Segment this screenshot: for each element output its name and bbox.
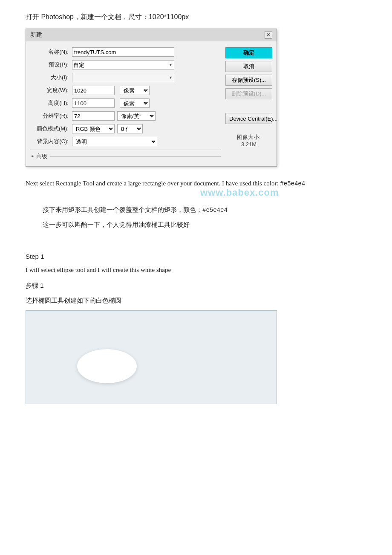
- bg-content-wrapper: 透明: [72, 137, 157, 146]
- spacer-1: [26, 233, 366, 239]
- cancel-button[interactable]: 取消: [225, 61, 272, 72]
- delete-preset-button[interactable]: 删除预设(D)...: [225, 88, 272, 99]
- size-select-wrapper: [72, 73, 174, 82]
- color-bit-select[interactable]: 8 位: [117, 124, 143, 133]
- dialog-form: 名称(N): 预设(P): 自定 大小(I):: [30, 47, 221, 160]
- image-size-value: 3.21M: [225, 141, 272, 147]
- bg-content-row: 背景内容(C): 透明: [30, 137, 221, 146]
- color-code-1: #e5e4e4: [280, 180, 305, 187]
- device-central-button[interactable]: Device Central(E)...: [225, 113, 272, 124]
- image-size-section: 图像大小: 3.21M: [225, 133, 272, 147]
- height-label: 高度(H):: [30, 99, 69, 107]
- color-bit-wrapper: 8 位: [117, 124, 143, 133]
- name-input[interactable]: [72, 47, 174, 57]
- resolution-row: 分辨率(R): 像素/英寸: [30, 111, 221, 121]
- size-label: 大小(I):: [30, 74, 69, 81]
- preset-row: 预设(P): 自定: [30, 60, 221, 69]
- resolution-input[interactable]: [72, 111, 115, 121]
- dialog-titlebar: 新建 ✕: [26, 29, 277, 41]
- step1-heading: Step 1: [26, 253, 366, 260]
- section1-note-text: 这一步可以斟酌一下，个人觉得用油漆桶工具比较好: [43, 219, 366, 230]
- section1-cn-text: 接下来用矩形工具创建一个覆盖整个文档的矩形，颜色：#e5e4e4: [43, 204, 366, 216]
- advanced-icon: ❧: [30, 153, 35, 159]
- advanced-label: 高级: [36, 153, 47, 160]
- preset-label: 预设(P):: [30, 61, 69, 69]
- dialog-body: 名称(N): 预设(P): 自定 大小(I):: [26, 41, 277, 166]
- color-mode-row: 颜色模式(M): RGB 颜色 8 位: [30, 124, 221, 133]
- step1-en-text: I will select ellipse tool and I will cr…: [26, 264, 366, 276]
- color-mode-wrapper: RGB 颜色: [72, 124, 115, 133]
- resolution-unit-wrapper: 像素/英寸: [117, 111, 156, 121]
- height-row: 高度(H): 像素: [30, 98, 221, 108]
- height-unit-select[interactable]: 像素: [120, 98, 150, 108]
- color-mode-select[interactable]: RGB 颜色: [72, 124, 115, 133]
- button-spacer: [225, 102, 272, 110]
- width-unit-select[interactable]: 像素: [120, 86, 150, 95]
- name-row: 名称(N):: [30, 47, 221, 57]
- step1-en-content: I will select ellipse tool and I will cr…: [26, 266, 171, 273]
- ok-button[interactable]: 确定: [225, 47, 272, 58]
- size-row: 大小(I):: [30, 73, 221, 82]
- save-preset-button[interactable]: 存储预设(S)...: [225, 75, 272, 86]
- dialog-title: 新建: [30, 31, 42, 39]
- dialog-buttons: 确定 取消 存储预设(S)... 删除预设(D)... Device Centr…: [225, 47, 272, 160]
- dialog-close-button[interactable]: ✕: [265, 31, 272, 39]
- image-size-label: 图像大小:: [225, 133, 272, 141]
- white-ellipse: [77, 349, 137, 383]
- size-select[interactable]: [72, 73, 174, 82]
- resolution-unit-select[interactable]: 像素/英寸: [117, 111, 156, 121]
- bg-content-select[interactable]: 透明: [72, 137, 157, 146]
- ps-dialog: 新建 ✕ 名称(N): 预设(P): 自定 大小(I):: [26, 29, 277, 167]
- step1-cn-text: 选择椭圆工具创建如下的白色椭圆: [26, 295, 366, 306]
- width-row: 宽度(W): 像素: [30, 86, 221, 95]
- watermark-text: www.babex.com: [200, 187, 279, 198]
- width-unit-wrapper: 像素: [117, 86, 150, 95]
- advanced-divider: [50, 156, 221, 157]
- spacer-2: [26, 239, 366, 245]
- advanced-row: ❧ 高级: [30, 150, 221, 160]
- section1-en-block: Next select Rectangle Tool and create a …: [26, 179, 366, 198]
- preset-select[interactable]: 自定: [72, 60, 174, 69]
- resolution-label: 分辨率(R):: [30, 112, 69, 120]
- preset-select-wrapper: 自定: [72, 60, 174, 69]
- color-mode-label: 颜色模式(M):: [30, 125, 69, 133]
- bg-content-label: 背景内容(C):: [30, 138, 69, 145]
- section1-en-text: Next select Rectangle Tool and create a …: [26, 180, 305, 187]
- name-label: 名称(N):: [30, 48, 69, 56]
- height-input[interactable]: [72, 98, 115, 108]
- step1-preview: [26, 310, 277, 404]
- intro-text: 打开 Photoshop，新建一个文档，尺寸：1020*1100px: [26, 13, 366, 22]
- color-code-2: #e5e4e4: [202, 207, 228, 214]
- height-unit-wrapper: 像素: [117, 98, 150, 108]
- width-input[interactable]: [72, 86, 115, 95]
- step1-cn-heading: 步骤 1: [26, 280, 366, 291]
- width-label: 宽度(W):: [30, 87, 69, 94]
